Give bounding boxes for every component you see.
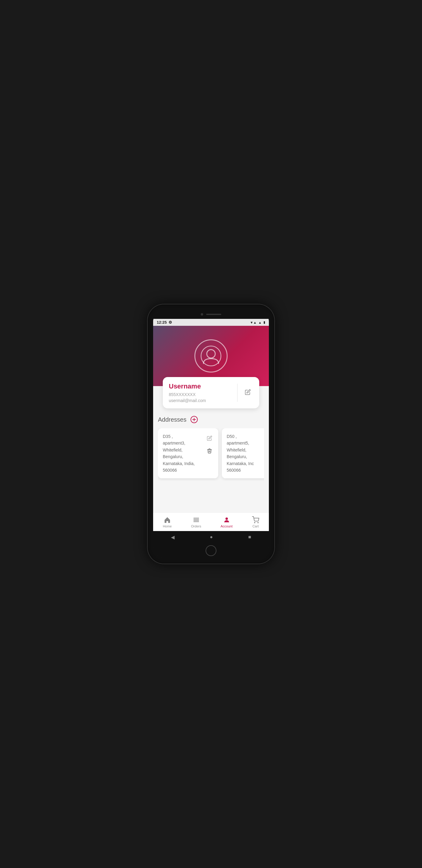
phone-screen: 12:25 ⚙ ▼▲ ▲ ▮ <box>153 310 269 558</box>
cart-label: Cart <box>252 524 259 528</box>
cart-icon <box>252 516 259 524</box>
home-label: Home <box>163 524 172 528</box>
nav-cart[interactable]: Cart <box>248 515 263 529</box>
home-circle-button[interactable] <box>206 545 216 556</box>
battery-icon: ▮ <box>264 320 265 324</box>
svg-point-0 <box>207 350 215 358</box>
address-text-1: D35 ,apartment3,Whitefield,Bengaluru,Kar… <box>163 433 203 473</box>
spacer <box>153 484 269 513</box>
home-icon <box>164 516 171 524</box>
addresses-header: Addresses <box>158 415 264 424</box>
status-bar: 12:25 ⚙ ▼▲ ▲ ▮ <box>153 319 269 326</box>
android-home-button[interactable]: ● <box>205 533 218 541</box>
time-display: 12:25 <box>157 320 167 324</box>
add-circle-icon <box>190 415 198 424</box>
wifi-icon: ▼▲ <box>250 321 257 324</box>
status-right-icons: ▼▲ ▲ ▮ <box>250 320 265 324</box>
address-text-2: D50 ,apartment5,Whitefield,Bengaluru,Kar… <box>227 433 264 473</box>
phone-top-notch <box>153 310 269 319</box>
avatar-icon <box>201 345 221 367</box>
address-actions-1 <box>206 433 213 456</box>
android-back-button[interactable]: ◀ <box>166 533 179 541</box>
camera-dot <box>201 313 203 315</box>
orders-label: Orders <box>191 524 201 528</box>
addresses-section: Addresses <box>153 408 269 484</box>
nav-account[interactable]: Account <box>217 515 236 529</box>
svg-point-10 <box>254 522 255 523</box>
edit-address-1-button[interactable] <box>206 434 213 443</box>
delete-address-1-button[interactable] <box>206 447 213 456</box>
android-recent-button[interactable]: ■ <box>244 533 256 541</box>
svg-point-11 <box>258 522 258 523</box>
address-card-2: D50 ,apartment5,Whitefield,Bengaluru,Kar… <box>222 428 264 478</box>
user-email-display: usermail@mail.com <box>169 398 232 403</box>
android-nav-bar: ◀ ● ■ <box>153 531 269 543</box>
phone-bottom-bar <box>153 543 269 558</box>
main-content[interactable]: Username 855XXXXXXX usermail@mail.com <box>153 326 269 513</box>
add-address-button[interactable] <box>190 415 198 424</box>
edit-icon-1 <box>207 435 212 441</box>
user-details: Username 855XXXXXXX usermail@mail.com <box>169 382 232 403</box>
card-divider <box>237 384 238 402</box>
edit-profile-button[interactable] <box>242 387 253 399</box>
settings-icon: ⚙ <box>169 320 172 324</box>
user-phone-display: 855XXXXXXX <box>169 392 232 397</box>
svg-point-1 <box>201 346 221 366</box>
address-card-1: D35 ,apartment3,Whitefield,Bengaluru,Kar… <box>158 428 218 478</box>
user-info-card: Username 855XXXXXXX usermail@mail.com <box>163 377 259 408</box>
svg-point-9 <box>225 518 228 520</box>
status-time-area: 12:25 ⚙ <box>157 320 172 324</box>
address-list: D35 ,apartment3,Whitefield,Bengaluru,Kar… <box>158 428 264 481</box>
orders-icon <box>192 516 200 524</box>
signal-icon: ▲ <box>258 321 262 324</box>
phone-device: 12:25 ⚙ ▼▲ ▲ ▮ <box>148 304 274 564</box>
account-icon <box>223 516 230 524</box>
speaker-grille <box>206 314 221 315</box>
username-display: Username <box>169 382 232 390</box>
nav-orders[interactable]: Orders <box>187 515 205 529</box>
pencil-icon <box>245 389 251 395</box>
bottom-nav: Home Orders Account <box>153 513 269 531</box>
addresses-title: Addresses <box>158 416 187 423</box>
avatar-circle <box>194 339 228 373</box>
nav-home[interactable]: Home <box>159 515 175 529</box>
account-label: Account <box>221 524 233 528</box>
app-screen: 12:25 ⚙ ▼▲ ▲ ▮ <box>153 319 269 543</box>
trash-icon-1 <box>207 448 212 454</box>
